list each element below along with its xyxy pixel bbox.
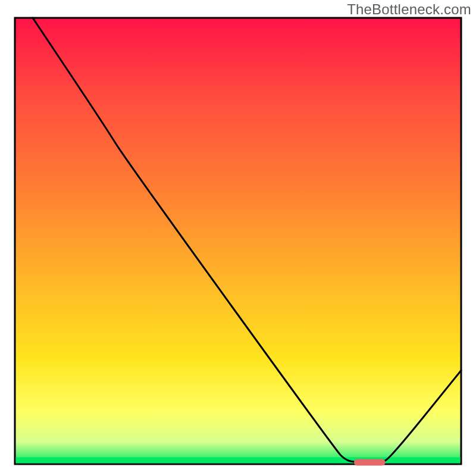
optimal-marker: [354, 459, 386, 466]
chart-stage: TheBottleneck.com: [0, 0, 476, 476]
bottleneck-chart: [0, 0, 476, 476]
green-base-stripe: [16, 458, 461, 464]
watermark-text: TheBottleneck.com: [347, 1, 471, 18]
plot-background: [15, 18, 461, 464]
